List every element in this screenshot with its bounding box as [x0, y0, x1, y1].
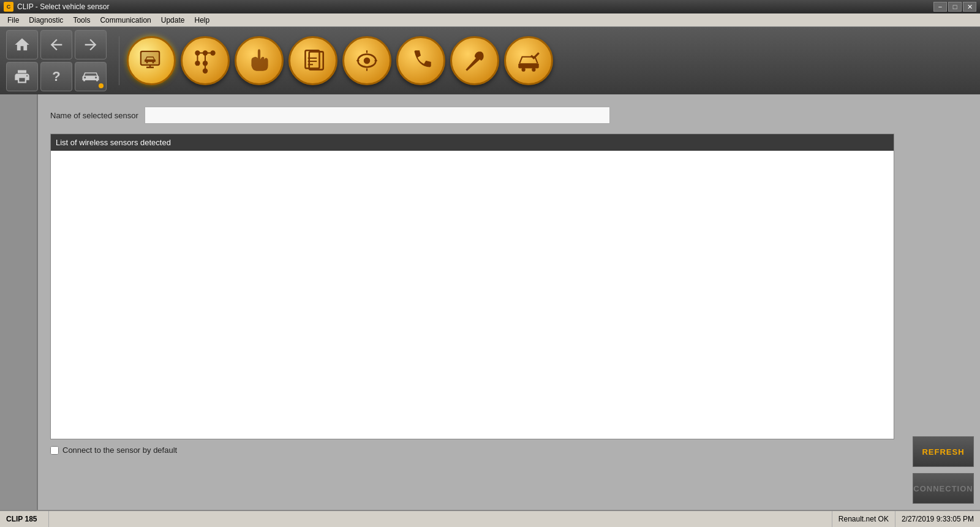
menu-bar: File Diagnostic Tools Communication Upda… — [0, 13, 980, 27]
right-panel: REFRESH CONNECTION — [907, 94, 980, 510]
left-sidebar — [0, 94, 38, 510]
svg-rect-23 — [518, 63, 538, 68]
sensor-list-header: List of wireless sensors detected — [51, 134, 894, 151]
svg-point-4 — [153, 62, 154, 64]
default-connection-checkbox[interactable] — [50, 446, 59, 455]
svg-rect-1 — [142, 53, 158, 64]
main-area: Name of selected sensor List of wireless… — [0, 94, 980, 510]
minimize-button[interactable]: − — [933, 2, 947, 12]
gearbox-button[interactable] — [181, 36, 230, 85]
sensor-name-label: Name of selected sensor — [50, 111, 138, 120]
connection-button[interactable]: CONNECTION — [913, 473, 974, 504]
toolbar: ? — [0, 27, 980, 94]
menu-update[interactable]: Update — [156, 15, 190, 26]
close-button[interactable]: ✕ — [963, 2, 976, 12]
back-button[interactable] — [40, 30, 72, 59]
menu-file[interactable]: File — [2, 15, 24, 26]
menu-diagnostic[interactable]: Diagnostic — [24, 15, 68, 26]
datetime-display: 2/27/2019 9:33:05 PM — [895, 511, 980, 527]
checkbox-row: Connect to the sensor by default — [50, 445, 894, 455]
svg-point-3 — [146, 62, 148, 64]
svg-point-24 — [522, 68, 526, 72]
wrench-button[interactable] — [450, 36, 499, 85]
renault-status: Renault.net OK — [832, 511, 895, 527]
maximize-button[interactable]: □ — [948, 2, 962, 12]
menu-communication[interactable]: Communication — [95, 15, 156, 26]
vehicle-id-button[interactable] — [127, 36, 176, 85]
home-button[interactable] — [6, 30, 38, 59]
phone-button[interactable] — [396, 36, 445, 85]
content: Name of selected sensor List of wireless… — [38, 94, 907, 510]
status-bar: CLIP 185 Renault.net OK 2/27/2019 9:33:0… — [0, 510, 980, 527]
title-bar-controls: − □ ✕ — [933, 2, 976, 12]
sensor-list-container: List of wireless sensors detected — [50, 134, 894, 439]
refresh-button[interactable]: REFRESH — [913, 436, 974, 467]
title-bar-text: CLIP - Select vehicle sensor — [17, 2, 933, 11]
menu-tools[interactable]: Tools — [68, 15, 95, 26]
svg-rect-16 — [305, 50, 319, 68]
svg-point-22 — [364, 58, 370, 64]
menu-help[interactable]: Help — [189, 15, 214, 26]
camera-button[interactable] — [342, 36, 391, 85]
car-check-button[interactable] — [504, 36, 553, 85]
status-main — [49, 511, 832, 527]
sensor-name-row: Name of selected sensor — [50, 107, 894, 124]
forward-button[interactable] — [75, 30, 107, 59]
svg-rect-2 — [145, 59, 156, 62]
sensor-list-body[interactable] — [51, 151, 894, 439]
app-icon: C — [4, 2, 13, 12]
car-info-button[interactable] — [75, 62, 107, 91]
documents-button[interactable] — [288, 36, 337, 85]
svg-point-25 — [532, 68, 535, 72]
left-toolbar: ? — [6, 30, 107, 91]
title-bar: C CLIP - Select vehicle sensor − □ ✕ — [0, 0, 980, 13]
touch-button[interactable] — [235, 36, 284, 85]
toolbar-separator — [119, 36, 119, 85]
default-connection-label: Connect to the sensor by default — [62, 445, 177, 455]
sensor-name-input[interactable] — [145, 107, 610, 124]
print-button[interactable] — [6, 62, 38, 91]
clip-version-label: CLIP 185 — [0, 511, 49, 527]
help-button[interactable]: ? — [40, 62, 72, 91]
